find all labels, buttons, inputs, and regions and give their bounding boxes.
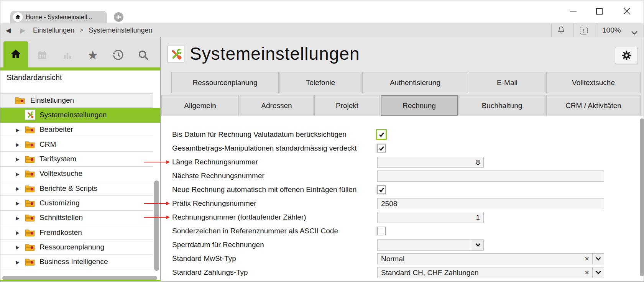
- clear-icon[interactable]: ×: [585, 267, 589, 278]
- tab-rechnung[interactable]: Rechnung: [381, 95, 458, 116]
- chevron-down-icon[interactable]: [592, 267, 604, 278]
- tab-adressen[interactable]: Adressen: [240, 95, 314, 116]
- new-tab-button[interactable]: [114, 12, 123, 22]
- chevron-down-icon[interactable]: [592, 254, 604, 264]
- tab-crm-aktivit-ten[interactable]: CRM / Aktivitäten: [546, 95, 641, 116]
- breadcrumb: Einstellungen > Systemeinstellungen: [33, 23, 153, 37]
- gear-icon: [621, 50, 632, 61]
- home-icon: [10, 48, 22, 61]
- field-label: Standard Zahlungs-Typ: [172, 266, 248, 279]
- form-row: Neue Rechnung automatisch mit offenen Ei…: [0, 183, 644, 197]
- sidebar-item-label: Systemeinstellungen: [39, 108, 107, 122]
- sidebar-tab-home[interactable]: [3, 41, 28, 67]
- field-label: Standard MwSt-Typ: [172, 252, 236, 266]
- form-row: Sonderzeichen in Referenznummer als ASCI…: [0, 224, 644, 238]
- sidebar-tab-favorites[interactable]: ★: [86, 49, 99, 62]
- sidebar-item-label: Einstellungen: [30, 93, 74, 107]
- divider: [551, 23, 552, 37]
- form-row: Nächste Rechnungsnummer: [0, 169, 644, 183]
- breadcrumb-separator: >: [80, 27, 83, 34]
- tab-label: CRM / Aktivitäten: [565, 102, 621, 110]
- chevron-down-icon[interactable]: [472, 240, 483, 250]
- field-label: Gesamtbetrags-Manipulationen standardmäs…: [172, 141, 357, 155]
- combo-value: Normal: [381, 254, 404, 264]
- text-input[interactable]: [377, 198, 604, 209]
- sidebar-tab-reports: [61, 49, 74, 62]
- folder-icon: [15, 96, 25, 105]
- form-row: Länge Rechnungsnummer: [0, 155, 644, 169]
- field-label: Sonderzeichen in Referenznummer als ASCI…: [172, 224, 338, 238]
- tab-label: Rechnung: [402, 102, 436, 110]
- history-icon: [112, 49, 124, 61]
- navigation-bar: ◀ ▶ Einstellungen > Systemeinstellungen: [0, 23, 644, 37]
- view-title: Standardansicht: [7, 73, 62, 82]
- bell-icon[interactable]: [557, 26, 565, 36]
- text-input[interactable]: [377, 212, 484, 223]
- checkbox[interactable]: [377, 144, 386, 152]
- tools-icon: [26, 111, 34, 119]
- tab-volltextsuche[interactable]: Volltextsuche: [546, 72, 641, 93]
- checkbox[interactable]: [377, 185, 386, 194]
- checkbox[interactable]: [376, 129, 387, 140]
- annotation-arrow: [144, 217, 166, 218]
- sidebar-item-einstellungen[interactable]: Einstellungen: [0, 93, 153, 108]
- sidebar-item-systemeinstellungen[interactable]: Systemeinstellungen: [0, 108, 160, 122]
- combo-box[interactable]: Standard CH, CHF Zahlungen×: [377, 267, 604, 278]
- tab-label: Telefonie: [306, 79, 335, 87]
- checkbox[interactable]: [377, 227, 386, 235]
- zoom-level[interactable]: 100%: [602, 23, 621, 37]
- warning-icon[interactable]: !: [580, 27, 588, 34]
- tools-icon: [25, 108, 35, 122]
- tab-buchhaltung[interactable]: Buchhaltung: [458, 95, 545, 116]
- content-vertical-scrollbar[interactable]: [640, 118, 644, 276]
- tab-label: Projekt: [336, 102, 358, 110]
- settings-button[interactable]: [615, 47, 638, 64]
- window-tab[interactable]: Home - Systemeinstell...: [10, 11, 107, 23]
- sidebar-tab-history[interactable]: [112, 49, 125, 62]
- clear-icon[interactable]: ×: [585, 254, 589, 264]
- tab-label: E-Mail: [497, 79, 518, 87]
- tab-allgemein[interactable]: Allgemein: [161, 95, 239, 116]
- breadcrumb-item[interactable]: Systemeinstellungen: [89, 26, 152, 34]
- field-label: Bis Datum für Rechnung Valutadatum berüc…: [172, 128, 347, 141]
- calendar-icon: [37, 50, 48, 61]
- field-label: Neue Rechnung automatisch mit offenen Ei…: [172, 183, 356, 197]
- text-input[interactable]: [377, 171, 604, 182]
- tab-telefonie[interactable]: Telefonie: [279, 72, 361, 93]
- title-bar: Home - Systemeinstell...: [0, 0, 644, 23]
- tab-label: Ressourcenplanung: [192, 79, 257, 87]
- minimize-button[interactable]: [566, 4, 581, 18]
- dropdown[interactable]: [377, 239, 484, 251]
- sidebar-bottom-accent: [0, 280, 160, 282]
- chevron-down-icon[interactable]: [631, 29, 637, 36]
- text-input[interactable]: [377, 157, 484, 168]
- tab-label: Volltextsuche: [572, 79, 615, 87]
- breadcrumb-item[interactable]: Einstellungen: [33, 26, 74, 34]
- sidebar-tab-search[interactable]: [137, 49, 150, 62]
- combo-value: Standard CH, CHF Zahlungen: [381, 267, 479, 278]
- form-row: Rechnungsnummer (fortlaufender Zähler): [0, 210, 644, 224]
- forward-icon[interactable]: ▶: [20, 23, 25, 37]
- maximize-button[interactable]: [591, 4, 607, 18]
- page-title: Systemeinstellungen: [190, 41, 360, 66]
- star-icon: ★: [87, 48, 99, 62]
- folder-icon: [15, 93, 25, 107]
- combo-box[interactable]: Normal×: [377, 253, 604, 264]
- tab-label: Allgemein: [184, 102, 216, 110]
- field-label: Sperrdatum für Rechnungen: [172, 238, 264, 252]
- tab-ressourcenplanung[interactable]: Ressourcenplanung: [171, 72, 279, 93]
- field-label: Präfix Rechnungsnummer: [172, 197, 256, 210]
- close-button[interactable]: [619, 4, 634, 18]
- annotation-arrow: [144, 203, 166, 204]
- tab-label: Adressen: [261, 102, 292, 110]
- sidebar-tab-calendar: [36, 49, 49, 62]
- tab-authentisierung[interactable]: Authentisierung: [362, 72, 468, 93]
- window-tab-title: Home - Systemeinstell...: [26, 14, 92, 21]
- tab-e-mail[interactable]: E-Mail: [469, 72, 545, 93]
- back-icon[interactable]: ◀: [6, 23, 11, 37]
- home-icon: [13, 12, 23, 22]
- form-row: Standard Zahlungs-TypStandard CH, CHF Za…: [0, 266, 644, 279]
- app-window: Home - Systemeinstell... ◀ ▶ Einstellung…: [0, 0, 644, 282]
- tab-projekt[interactable]: Projekt: [314, 95, 380, 116]
- tab-label: Buchhaltung: [482, 102, 522, 110]
